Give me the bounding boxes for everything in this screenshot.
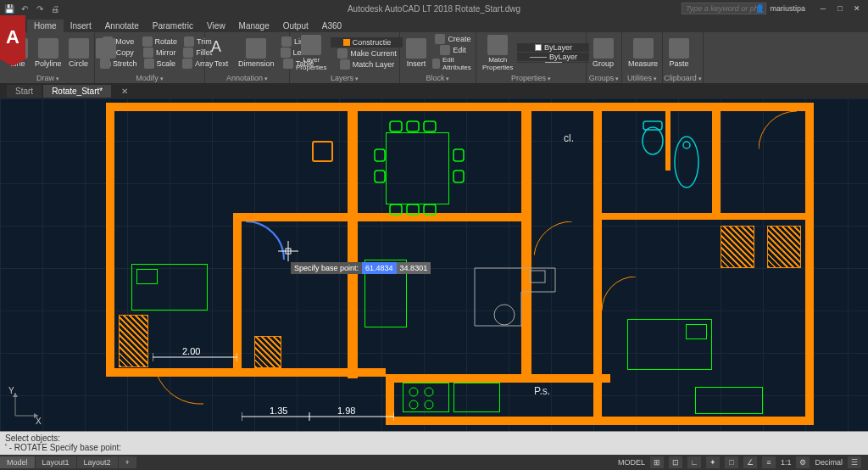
app-logo[interactable]: A [0,15,25,59]
text-button[interactable]: AText [209,34,234,71]
panel-title-properties[interactable]: Properties [476,74,586,82]
edit-button[interactable]: Edit [431,45,476,55]
svg-point-14 [494,305,515,325]
array-icon [182,59,192,69]
make-current-button[interactable]: Make Current [331,48,403,59]
tab-a360[interactable]: A360 [315,20,348,32]
svg-point-13 [425,400,433,409]
otrack-toggle-icon[interactable]: ∠ [743,456,757,468]
measure-button[interactable]: Measure [626,34,660,71]
layout-tab-1[interactable]: Layout1 [36,456,76,468]
lineweight-icon [530,57,547,58]
dimension-icon [246,38,266,59]
osnap-toggle-icon[interactable]: □ [725,456,738,468]
workspace-icon[interactable]: ☰ [848,456,861,468]
panel-title-block[interactable]: Block [400,74,476,82]
rotate-button[interactable]: Rotate [141,36,180,47]
paste-icon [669,38,689,59]
scale-indicator[interactable]: 1:1 [781,458,792,467]
user-icon[interactable]: 👤 [755,4,765,13]
wall [386,374,610,383]
panel-title-annotation[interactable]: Annotation [205,74,289,82]
group-icon [593,38,614,59]
ortho-toggle-icon[interactable]: ∟ [687,456,701,468]
mode-indicator[interactable]: MODEL [618,458,645,467]
stretch-button[interactable]: Stretch [98,59,139,69]
filetab-rotate-start[interactable]: Rotate_Start* [43,85,111,98]
mirror-button[interactable]: Mirror [141,48,180,58]
layer-color-swatch [343,39,350,46]
bed [695,387,763,414]
panel-title-clipboard[interactable]: Clipboard [663,74,703,82]
hatch [119,315,148,367]
annotation-scale-icon[interactable]: ⚙ [796,456,810,468]
polyline-button[interactable]: Polyline [32,34,64,71]
tab-insert[interactable]: Insert [64,20,98,32]
print-icon[interactable]: 🖨 [49,3,61,14]
group-button[interactable]: Group [590,34,616,71]
insert-button[interactable]: Insert [403,34,429,71]
circle-button[interactable]: Circle [66,34,92,71]
scale-icon [144,59,154,69]
pillow [686,324,707,339]
move-button[interactable]: Move [98,36,139,47]
close-icon[interactable]: ✕ [849,3,865,14]
tab-manage[interactable]: Manage [232,20,276,32]
command-line[interactable]: Select objects: ' - ROTATE Specify base … [0,431,868,455]
save-icon[interactable]: 💾 [3,3,15,14]
search-input[interactable] [682,3,766,14]
wall [106,368,386,377]
panel-title-modify[interactable]: Modify [95,74,204,82]
svg-point-18 [675,137,698,187]
dining-chairs [373,120,466,217]
tab-output[interactable]: Output [276,20,315,32]
ucs-y-label: Y [8,386,14,395]
panel-title-utilities[interactable]: Utilities [622,74,662,82]
linetype-dropdown[interactable] [517,62,589,63]
lineweight-dropdown[interactable]: ByLayer [517,53,589,61]
panel-title-layers[interactable]: Layers [290,74,399,82]
paste-button[interactable]: Paste [666,34,692,71]
polar-toggle-icon[interactable]: ✦ [706,456,720,468]
layout-add-button[interactable]: + [119,456,136,468]
layout-tab-model[interactable]: Model [0,456,35,468]
scale-button[interactable]: Scale [141,59,180,69]
tab-parametric[interactable]: Parametric [146,20,200,32]
edit-icon [440,45,450,55]
match-properties-button[interactable]: Match Properties [480,34,515,72]
create-button[interactable]: Create [431,34,476,44]
copy-button[interactable]: Copy [98,48,139,58]
tab-view[interactable]: View [200,20,232,32]
filetab-start[interactable]: Start [7,85,42,98]
wall [235,213,353,221]
minimize-icon[interactable]: ─ [815,3,831,14]
tab-home[interactable]: Home [27,20,64,32]
layer-dropdown[interactable]: Constructie [331,37,403,48]
layout-tab-2[interactable]: Layout2 [77,456,118,468]
ribbon: Line Polyline Circle Arc Draw Move Copy … [0,32,868,83]
tab-annotate[interactable]: Annotate [98,20,146,32]
drawing-canvas[interactable]: 2.00 1.35 1.98 cl. P.s. Specify base poi… [0,98,868,431]
statusbar: Model Layout1 Layout2 + MODEL ⊞ ⊡ ∟ ✦ □ … [0,455,868,470]
redo-icon[interactable]: ↷ [34,3,46,14]
layer-properties-button[interactable]: Layer Properties [293,34,329,72]
match-layer-icon [340,59,350,70]
svg-rect-6 [375,149,385,161]
panel-title-groups[interactable]: Groups [587,74,621,82]
units-indicator[interactable]: Decimal [815,458,843,467]
svg-rect-15 [530,271,545,283]
maximize-icon[interactable]: □ [832,3,848,14]
user-name: mariustipa [770,4,805,13]
tooltip-x: 61.4834 [362,262,397,274]
color-dropdown[interactable]: ByLayer [517,43,589,52]
dimension-button[interactable]: Dimension [236,34,277,71]
grid-toggle-icon[interactable]: ⊞ [650,456,664,468]
match-layer-button[interactable]: Match Layer [331,59,403,70]
edit-attributes-button[interactable]: Edit Attributes [431,56,476,71]
panel-annotation: AText Dimension Linear Leader Table Anno… [205,32,290,83]
panel-title-draw[interactable]: Draw [2,74,94,82]
snap-toggle-icon[interactable]: ⊡ [669,456,682,468]
lineweight-toggle-icon[interactable]: ≡ [762,456,776,468]
undo-icon[interactable]: ↶ [19,3,31,14]
new-tab-button[interactable]: ✕ [113,85,136,98]
